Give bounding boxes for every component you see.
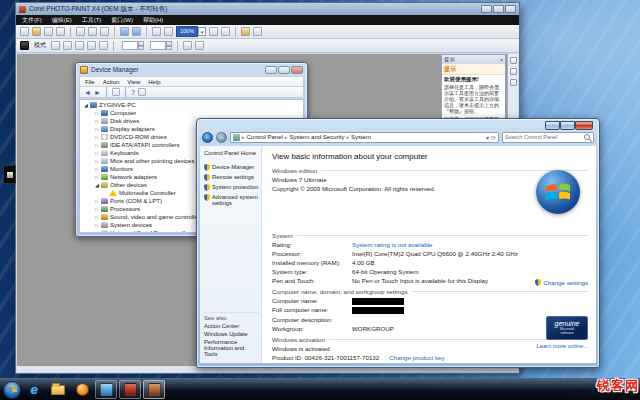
sidebar-item-advanced-settings[interactable]: Advanced system settings — [204, 194, 261, 206]
device-manager-titlebar[interactable]: Device Manager — [76, 63, 307, 76]
save-icon[interactable] — [44, 27, 53, 36]
maximize-button[interactable] — [560, 121, 575, 130]
sidebar-item-home[interactable]: Control Panel Home — [204, 150, 261, 156]
shape-circle-icon[interactable] — [63, 41, 72, 50]
sidebar-item-performance-tools[interactable]: Performance Information and Tools — [204, 339, 259, 357]
help-icon[interactable]: ? — [131, 89, 135, 96]
export-icon[interactable] — [164, 27, 173, 36]
antialias-icon[interactable] — [183, 41, 192, 50]
start-button[interactable] — [3, 381, 21, 399]
breadcrumb-system[interactable]: System — [351, 134, 371, 140]
menu-view[interactable]: View — [127, 79, 140, 85]
menu-window[interactable]: 窗口(W) — [111, 16, 133, 25]
maximize-button[interactable] — [493, 5, 504, 13]
rating-link[interactable]: System rating is not available — [352, 242, 432, 249]
sidebar-item-action-center[interactable]: Action Center — [204, 323, 259, 329]
minimize-button[interactable] — [265, 66, 277, 74]
sidebar-item-windows-update[interactable]: Windows Update — [204, 331, 259, 337]
pen-icon[interactable] — [87, 41, 96, 50]
close-icon[interactable]: × — [500, 57, 503, 63]
feather-icon[interactable] — [195, 41, 204, 50]
expander-icon[interactable]: ▷ — [94, 157, 100, 165]
expander-icon[interactable]: ▷ — [94, 197, 100, 205]
tree-node[interactable]: ▷Computer — [80, 109, 303, 117]
expander-icon[interactable]: ▷ — [94, 229, 100, 233]
expander-icon[interactable]: ▷ — [94, 117, 100, 125]
expander-icon[interactable]: ▷ — [94, 133, 100, 141]
forward-icon[interactable]: ► — [94, 89, 101, 96]
minimize-button[interactable] — [545, 121, 560, 130]
width-stepper[interactable] — [122, 41, 144, 50]
taskbar-internet-explorer-icon[interactable]: e — [23, 380, 45, 399]
search-icon[interactable] — [584, 134, 590, 140]
back-icon[interactable]: ◄ — [84, 89, 91, 96]
chevron-down-icon[interactable]: ▾ — [486, 134, 489, 141]
expander-icon[interactable]: ▷ — [94, 141, 100, 149]
docker-tab-icon[interactable] — [510, 79, 517, 86]
app-launcher-icon[interactable] — [209, 27, 218, 36]
docker-tab-icon[interactable] — [510, 68, 517, 75]
menu-action[interactable]: Action — [103, 79, 120, 85]
tree-node-computer-root[interactable]: ◢ZYGINVE-PC — [80, 101, 303, 109]
sidebar-item-remote-settings[interactable]: Remote settings — [204, 174, 261, 181]
corel-titlebar[interactable]: Corel PHOTO-PAINT X4 (OEM 版本 - 不可转售) — [16, 3, 519, 15]
zoom-level-combo[interactable]: 100% ▾ — [176, 27, 206, 36]
taskbar-coreldraw-icon[interactable] — [119, 380, 141, 399]
height-stepper[interactable] — [150, 41, 172, 50]
help-toolbar-icon[interactable] — [253, 27, 262, 36]
taskbar-messenger-icon[interactable] — [95, 380, 117, 399]
hints-docker-titlebar[interactable]: 提示 × — [442, 55, 505, 64]
change-settings-link[interactable]: Change settings — [535, 279, 588, 286]
taskbar-media-player-icon[interactable] — [71, 380, 93, 399]
scan-hardware-icon[interactable] — [138, 88, 146, 96]
print-icon[interactable] — [56, 27, 65, 36]
options-icon[interactable] — [241, 27, 250, 36]
expander-icon[interactable]: ▷ — [94, 173, 100, 181]
taskbar-windows-explorer-icon[interactable] — [47, 380, 69, 399]
eraser-icon[interactable] — [99, 41, 108, 50]
menu-help[interactable]: 帮助(H) — [143, 16, 163, 25]
cut-icon[interactable] — [76, 27, 85, 36]
refresh-icon[interactable]: ⟳ — [491, 134, 496, 141]
minimize-button[interactable] — [481, 5, 492, 13]
sidebar-item-system-protection[interactable]: System protection — [204, 184, 261, 191]
learn-more-link[interactable]: Learn more online... — [536, 343, 588, 349]
breadcrumb-control-panel[interactable]: Control Panel — [247, 134, 283, 140]
tool-mode-icon[interactable] — [20, 41, 29, 50]
shape-rect-icon[interactable] — [75, 41, 84, 50]
open-icon[interactable] — [32, 27, 41, 36]
import-icon[interactable] — [152, 27, 161, 36]
system-control-panel-window[interactable]: ← → ▸ Control Panel ▸ System and Securit… — [196, 118, 600, 368]
copy-icon[interactable] — [88, 27, 97, 36]
close-button[interactable] — [505, 5, 516, 13]
search-box[interactable] — [502, 132, 594, 143]
change-product-key-link[interactable]: Change product key — [389, 355, 444, 362]
expander-icon[interactable]: ▷ — [94, 221, 100, 229]
menu-edit[interactable]: 编辑(E) — [52, 16, 72, 25]
menu-file[interactable]: 文件(F) — [22, 16, 42, 25]
expander-icon[interactable]: ▷ — [94, 109, 100, 117]
expander-icon[interactable]: ▷ — [94, 205, 100, 213]
shape-plus-icon[interactable] — [51, 41, 60, 50]
close-button[interactable] — [291, 66, 303, 74]
taskbar-photopaint-icon[interactable] — [143, 380, 165, 399]
menu-tools[interactable]: 工具(T) — [82, 16, 102, 25]
welcome-screen-icon[interactable] — [221, 27, 230, 36]
paste-icon[interactable] — [100, 27, 109, 36]
expander-icon[interactable]: ▷ — [94, 149, 100, 157]
close-button[interactable] — [575, 121, 593, 130]
menu-help[interactable]: Help — [148, 79, 160, 85]
console-icon[interactable] — [112, 88, 120, 96]
search-input[interactable] — [503, 134, 584, 140]
redo-icon[interactable] — [132, 27, 141, 36]
expander-icon[interactable]: ◢ — [83, 101, 89, 109]
docker-tab-icon[interactable] — [510, 57, 517, 64]
forward-button[interactable]: → — [216, 132, 227, 143]
expander-icon[interactable]: ▷ — [94, 125, 100, 133]
undo-icon[interactable] — [120, 27, 129, 36]
breadcrumb[interactable]: ▸ Control Panel ▸ System and Security ▸ … — [230, 132, 499, 143]
new-icon[interactable] — [20, 27, 29, 36]
corel-toolbox-collapsed[interactable] — [3, 165, 16, 184]
expander-icon[interactable]: ◢ — [94, 181, 100, 189]
breadcrumb-system-security[interactable]: System and Security — [289, 134, 344, 140]
